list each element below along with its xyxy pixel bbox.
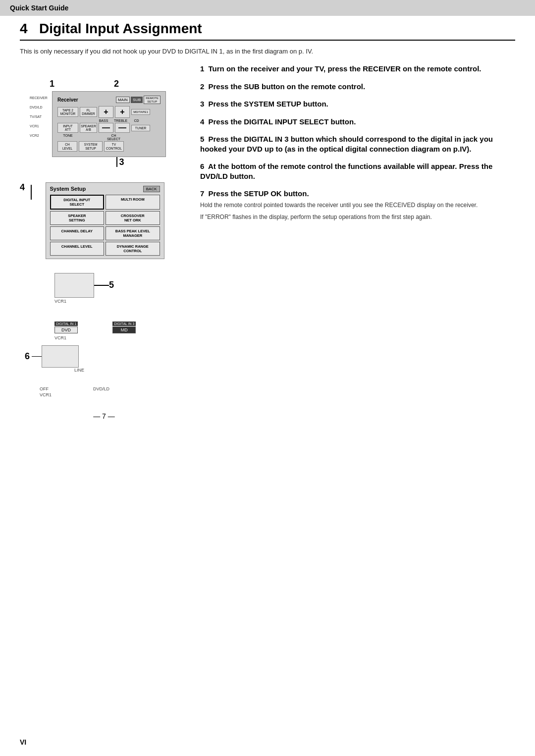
system-setup-panel: System Setup BACK DIGITAL INPUT SELECT M… — [46, 182, 164, 259]
step-5-heading: 5 Press the DIGITAL IN 3 button which sh… — [200, 134, 515, 154]
input-att: INPUTATT — [57, 123, 78, 133]
section-title: 4 Digital Input Assignment — [20, 21, 515, 41]
ss-grid: DIGITAL INPUT SELECT MULTI ROOM SPEAKER … — [50, 195, 160, 256]
callout-3: 3 — [119, 157, 124, 167]
step-1: 1 Turn on the receiver and your TV, pres… — [200, 64, 515, 74]
system-setup-btn: SYSTEMSETUP — [79, 141, 103, 151]
tape2-monitor: TAPE 2MONITOR — [57, 107, 78, 117]
ss-dynamic-range: DYNAMIC RANGE CONTROL — [106, 242, 160, 256]
section-heading: Digital Input Assignment — [39, 21, 202, 36]
receiver-panel: Receiver MAIN SUB REMOTESETUP TAPE 2MONI… — [52, 91, 166, 157]
plus1: + — [99, 106, 113, 118]
step7-area: OFF DVD/LD VCR1 — [25, 386, 188, 397]
diagram-system-setup: 4 System Setup BACK DIGITAL INPUT SELECT… — [20, 182, 188, 259]
step6-vcr1: VCR1 — [54, 335, 188, 340]
digital-in-3-value: MD — [112, 326, 136, 333]
page-content: 4 Digital Input Assignment This is only … — [0, 21, 535, 445]
main-layout: 1 2 RECEIVER DVD/LD TV/SAT VCR1 — [20, 64, 515, 425]
ss-bass-peak: BASS PEAK LEVEL MANAGER — [106, 226, 160, 240]
off-label: OFF — [40, 386, 49, 391]
step-6: 6 At the bottom of the remote control th… — [200, 162, 515, 181]
ss-digital-input: DIGITAL INPUT SELECT — [50, 195, 105, 210]
tone-label: TONE — [57, 134, 78, 141]
diagram-receiver: 1 2 RECEIVER DVD/LD TV/SAT VCR1 — [20, 64, 188, 167]
blank — [79, 134, 97, 141]
cd-label: CD — [130, 119, 143, 122]
sub-btn: SUB — [131, 97, 143, 103]
fl-dimmer: FLDIMMER — [80, 107, 97, 117]
digital-in-row: DIGITAL IN 1 DVD DIGITAL IN 3 MD — [54, 319, 188, 333]
tv-control: TVCONTROL — [104, 141, 124, 151]
ss-speaker-setting: SPEAKER SETTING — [50, 211, 105, 225]
bass-label: BASS — [96, 119, 111, 122]
side-tvsat: TV/SAT — [30, 115, 48, 118]
step-3: 3 Press the SYSTEM SETUP button. — [200, 99, 515, 109]
left-column: 1 2 RECEIVER DVD/LD TV/SAT VCR1 — [20, 64, 188, 425]
receiver-label: Receiver — [57, 97, 78, 103]
step-1-heading: 1 Turn on the receiver and your TV, pres… — [200, 64, 515, 74]
quick-start-label: Quick Start Guide — [10, 4, 68, 12]
side-receiver: RECEIVER — [30, 96, 48, 100]
digital-in-3-label: DIGITAL IN 3 — [112, 322, 136, 326]
dvdld-label: DVD/LD — [93, 386, 109, 391]
ss-channel-delay: CHANNEL DELAY — [50, 226, 105, 240]
callout-4: 4 — [20, 182, 25, 193]
step-6-heading: 6 At the bottom of the remote control th… — [200, 162, 515, 181]
step-7: 7 Press the SETUP OK button. Hold the re… — [200, 189, 515, 221]
tuner-btn: TUNER — [131, 125, 150, 131]
dash2: — — [115, 123, 130, 133]
step-2: 2 Press the SUB button on the remote con… — [200, 82, 515, 92]
ss-multi-room: MULTI ROOM — [106, 195, 160, 210]
ss-crossover: CROSSOVER NET ORK — [106, 211, 160, 225]
ss-back: BACK — [143, 186, 160, 192]
step-5: 5 Press the DIGITAL IN 3 button which sh… — [200, 134, 515, 154]
page-footer-label: VI — [20, 738, 26, 746]
digital-in-1-label: DIGITAL IN 1 — [54, 322, 78, 326]
side-vcr2: VCR2 — [30, 134, 48, 137]
step7-labels-row: OFF DVD/LD — [40, 386, 188, 391]
step7-vcr1: VCR1 — [40, 392, 188, 397]
digital-in-3-block: DIGITAL IN 3 MD — [112, 319, 136, 333]
callout-6: 6 — [25, 351, 30, 362]
step5-area: 5 VCR1 — [25, 273, 188, 304]
main-btn: MAIN — [116, 97, 130, 103]
side-dvdld: DVD/LD — [30, 106, 48, 109]
quick-start-bar: Quick Start Guide — [0, 0, 535, 16]
step6-area: DIGITAL IN 1 DVD DIGITAL IN 3 MD VCR1 6 … — [25, 319, 188, 373]
step5-screen — [54, 273, 94, 298]
step-7-subtext1: Hold the remote control pointed towards … — [200, 201, 515, 210]
step-7-heading: 7 Press the SETUP OK button. — [200, 189, 515, 199]
step-2-heading: 2 Press the SUB button on the remote con… — [200, 82, 515, 92]
digital-in-1-value: DVD — [54, 326, 78, 333]
ch-level: CHLEVEL — [57, 141, 77, 151]
step6-screen — [42, 345, 79, 368]
ss-channel-level: CHANNEL LEVEL — [50, 242, 105, 256]
dvdld-col: DVD/LD — [93, 386, 109, 391]
md-tape1: MD/TAPE1 — [131, 109, 150, 115]
speaker-ab: SPEAKERA/B — [80, 123, 97, 133]
ch-select-label: CHSELECT — [98, 134, 130, 141]
side-vcr1: VCR1 — [30, 124, 48, 128]
line-label: LINE — [74, 368, 188, 373]
off-col: OFF — [40, 386, 49, 391]
step-4-heading: 4 Press the DIGITAL INPUT SELECT button. — [200, 117, 515, 127]
callout-2: 2 — [114, 79, 119, 89]
ss-title: System Setup — [50, 186, 86, 192]
plus2: + — [115, 106, 130, 118]
step-3-heading: 3 Press the SYSTEM SETUP button. — [200, 99, 515, 109]
section-number: 4 — [20, 21, 28, 36]
page-number: — 7 — — [20, 412, 188, 425]
treble-label: TREBLE — [112, 119, 129, 122]
callout-5: 5 — [109, 280, 114, 290]
right-column: 1 Turn on the receiver and your TV, pres… — [200, 64, 515, 425]
digital-in-1-block: DIGITAL IN 1 DVD — [54, 319, 78, 333]
dash1: — — [99, 123, 113, 133]
intro-text: This is only necessary if you did not ho… — [20, 48, 515, 55]
step-4: 4 Press the DIGITAL INPUT SELECT button. — [200, 117, 515, 127]
step5-vcr1: VCR1 — [54, 299, 188, 304]
step6-screen-row: 6 — [25, 345, 188, 368]
step-7-subtext2: If "ERROR" flashes in the display, perfo… — [200, 213, 515, 221]
remote-setup-btn: REMOTESETUP — [144, 96, 160, 104]
callout-1: 1 — [50, 79, 54, 89]
